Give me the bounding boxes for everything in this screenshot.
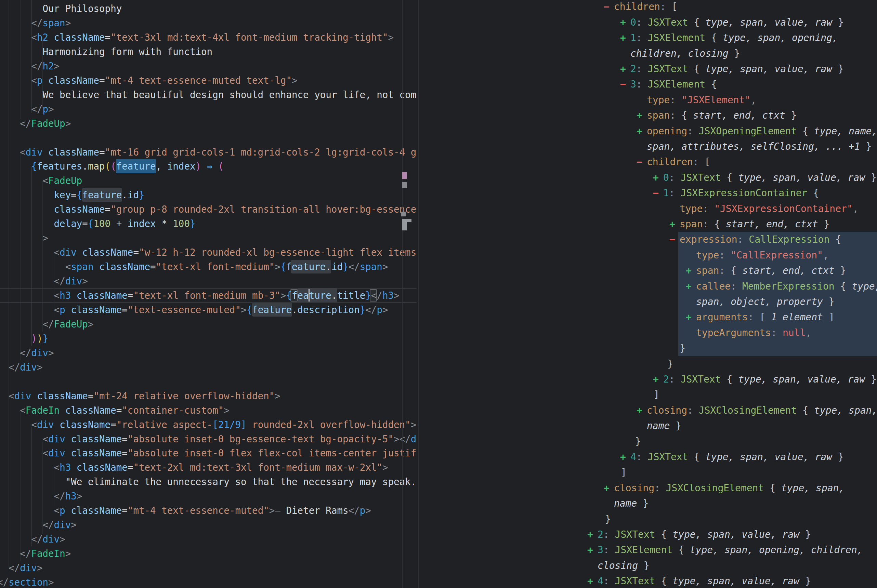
ast-row-text: type: "JSXElement", [647, 92, 756, 108]
ast-row[interactable]: −children: [ [0, 154, 877, 170]
ast-row-text: children, closing } [631, 46, 740, 61]
expand-toggle-icon[interactable]: + [653, 372, 659, 387]
ast-token: } [799, 529, 811, 540]
expand-toggle-icon[interactable]: + [637, 123, 642, 139]
collapse-toggle-icon[interactable]: − [670, 232, 675, 247]
ast-row[interactable]: −children: [ [0, 0, 877, 15]
expand-toggle-icon[interactable]: + [620, 61, 626, 76]
ast-row[interactable]: +arguments: [ 1 element ] [0, 309, 877, 325]
ast-token: : [669, 374, 681, 385]
ast-token: } [799, 575, 811, 586]
expand-toggle-icon[interactable]: + [620, 15, 626, 30]
ast-token: JSXText [648, 63, 688, 75]
ast-token: 2 [598, 529, 604, 540]
ast-row[interactable]: ] [0, 465, 877, 480]
ast-token: { [797, 126, 814, 137]
ast-row-text: } [667, 356, 673, 372]
expand-toggle-icon[interactable]: + [637, 403, 642, 418]
ast-row[interactable]: +4: JSXText { type, span, value, raw } [0, 573, 877, 588]
ast-row[interactable]: typeArguments: null, [0, 325, 877, 340]
expand-toggle-icon[interactable]: + [653, 170, 659, 185]
ast-row[interactable]: } [0, 356, 877, 372]
ast-token: start, end, ctxt [693, 110, 785, 121]
expand-toggle-icon[interactable]: + [620, 449, 626, 465]
ast-token: arguments [696, 311, 748, 323]
expand-toggle-icon[interactable]: + [670, 216, 675, 232]
ast-row[interactable]: name } [0, 418, 877, 434]
ast-row-text: 0: JSXText { type, span, value, raw } [631, 15, 844, 30]
ast-row[interactable]: ] [0, 387, 877, 402]
ast-row[interactable]: closing } [0, 558, 877, 573]
ast-token: opening [647, 126, 687, 137]
ast-row[interactable]: type: "JSXElement", [0, 92, 877, 108]
ast-row[interactable]: −3: JSXElement { [0, 76, 877, 92]
ast-row[interactable]: +2: JSXText { type, span, value, raw } [0, 61, 877, 76]
collapse-toggle-icon[interactable]: − [604, 0, 610, 15]
ast-row-text: 3: JSXElement { type, span, opening, chi… [598, 542, 863, 558]
expand-toggle-icon[interactable]: + [637, 108, 642, 123]
text-caret [308, 289, 309, 302]
ast-row[interactable]: +closing: JSXClosingElement { type, span… [0, 403, 877, 418]
ast-token: type, name, [814, 126, 877, 137]
ast-row[interactable]: +callee: MemberExpression { type, [0, 279, 877, 294]
ast-token: { [731, 265, 742, 276]
expand-toggle-icon[interactable]: + [686, 279, 692, 294]
ast-row[interactable]: +2: JSXText { type, span, value, raw } [0, 527, 877, 542]
ast-token: } [832, 63, 844, 75]
ast-row[interactable]: type: "CallExpression", [0, 248, 877, 263]
ast-row-text: ] [654, 387, 659, 402]
ast-row[interactable]: +span: { start, end, ctxt } [0, 108, 877, 123]
ast-token: : [670, 94, 681, 106]
ast-token: : [703, 203, 714, 214]
ast-token: { [797, 405, 814, 416]
ast-token: } [785, 110, 797, 121]
ast-row[interactable]: span, attributes, selfClosing, ... +1 } [0, 139, 877, 154]
expand-toggle-icon[interactable]: + [587, 542, 593, 558]
ast-token: JSXText [648, 17, 688, 28]
collapse-toggle-icon[interactable]: − [653, 185, 659, 201]
ast-row[interactable]: +closing: JSXClosingElement { type, span… [0, 480, 877, 496]
ast-token: type, span, value, raw [738, 374, 865, 385]
ast-token: : [771, 327, 782, 339]
ast-row[interactable]: name } [0, 496, 877, 511]
ast-row-text: span: { start, end, ctxt } [680, 216, 829, 232]
ast-row[interactable]: +3: JSXElement { type, span, opening, ch… [0, 542, 877, 558]
ast-token: : [660, 1, 672, 12]
ast-row-text: 4: JSXText { type, span, value, raw } [631, 449, 844, 465]
ast-row[interactable]: +1: JSXElement { type, span, opening, [0, 30, 877, 45]
ast-row[interactable]: +0: JSXText { type, span, value, raw } [0, 170, 877, 185]
ast-token: name [614, 498, 637, 509]
ast-row[interactable]: +2: JSXText { type, span, value, raw } [0, 372, 877, 387]
expand-toggle-icon[interactable]: + [620, 30, 626, 45]
expand-toggle-icon[interactable]: + [686, 309, 692, 325]
ast-token: } [818, 219, 830, 230]
ast-row[interactable]: type: "JSXExpressionContainer", [0, 201, 877, 216]
ast-row[interactable]: +span: { start, end, ctxt } [0, 263, 877, 278]
ast-token: 1 [663, 188, 669, 199]
ast-row[interactable]: −1: JSXExpressionContainer { [0, 185, 877, 201]
ast-token: : [636, 63, 648, 75]
expand-toggle-icon[interactable]: + [587, 527, 593, 542]
collapse-toggle-icon[interactable]: − [637, 154, 642, 170]
expand-toggle-icon[interactable]: + [686, 263, 692, 278]
ast-token: } [865, 172, 877, 183]
ast-token: } [638, 560, 650, 571]
ast-row[interactable]: +span: { start, end, ctxt } [0, 216, 877, 232]
collapse-toggle-icon[interactable]: − [620, 76, 626, 92]
ast-token: type, span, [781, 482, 844, 494]
ast-token: } [728, 48, 740, 59]
ast-row[interactable]: −expression: CallExpression { [0, 232, 877, 247]
ast-row[interactable]: } [0, 340, 877, 356]
ast-token: "CallExpression" [731, 249, 823, 261]
ast-token: : [636, 17, 648, 28]
ast-row-text: } [635, 434, 641, 449]
expand-toggle-icon[interactable]: + [587, 573, 593, 588]
ast-row[interactable]: } [0, 434, 877, 449]
expand-toggle-icon[interactable]: + [604, 480, 610, 496]
ast-row[interactable]: } [0, 512, 877, 527]
ast-row[interactable]: +opening: JSXOpeningElement { type, name… [0, 123, 877, 139]
ast-row[interactable]: +4: JSXText { type, span, value, raw } [0, 449, 877, 465]
ast-row[interactable]: children, closing } [0, 46, 877, 61]
ast-row[interactable]: +0: JSXText { type, span, value, raw } [0, 15, 877, 30]
ast-row[interactable]: span, object, property } [0, 294, 877, 309]
